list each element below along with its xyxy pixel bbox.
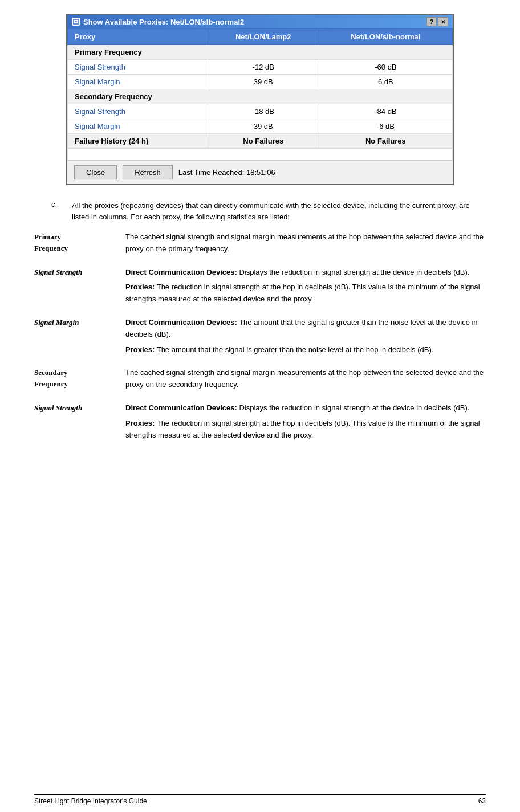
- secondary-signal-margin-label: Signal Margin: [68, 119, 208, 134]
- direct-comm-label-2: Direct Communication Devices:: [125, 318, 237, 327]
- help-button[interactable]: ?: [426, 17, 437, 26]
- def-term-primary-frequency: Primary Frequency: [34, 231, 125, 254]
- col-header-slb-normal: Net/LON/slb-normal: [319, 29, 452, 45]
- dialog-title: Show Available Proxies: Net/LON/slb-norm…: [83, 18, 244, 26]
- primary-frequency-label: Primary Frequency: [68, 45, 453, 60]
- proxy-dialog: Show Available Proxies: Net/LON/slb-norm…: [66, 14, 454, 185]
- def-primary-frequency: Primary Frequency The cached signal stre…: [34, 231, 486, 259]
- secondary-frequency-header: Secondary Frequency: [68, 89, 453, 104]
- dialog-footer: Close Refresh Last Time Reached: 18:51:0…: [67, 160, 453, 184]
- dialog-icon: [72, 18, 80, 26]
- def-signal-strength-2: Signal Strength Direct Communication Dev…: [34, 402, 486, 444]
- bullet-c-item: c. All the proxies (repeating devices) t…: [34, 200, 486, 222]
- primary-signal-margin-label: Signal Margin: [68, 75, 208, 89]
- primary-signal-margin-col2: 6 dB: [319, 75, 452, 89]
- col-header-proxy: Proxy: [68, 29, 208, 45]
- def-signal-margin-1: Signal Margin Direct Communication Devic…: [34, 317, 486, 359]
- primary-signal-strength-label: Signal Strength: [68, 60, 208, 75]
- definitions-table: Primary Frequency The cached signal stre…: [34, 231, 486, 444]
- col-header-lamp2: Net/LON/Lamp2: [208, 29, 319, 45]
- secondary-signal-margin-row: Signal Margin 39 dB -6 dB: [68, 119, 453, 134]
- primary-frequency-header: Primary Frequency: [68, 45, 453, 60]
- close-button[interactable]: Close: [74, 165, 117, 179]
- def-secondary-frequency: Secondary Frequency The cached signal st…: [34, 367, 486, 394]
- table-header-row: Proxy Net/LON/Lamp2 Net/LON/slb-normal: [68, 29, 453, 45]
- proxies-label-3: Proxies:: [125, 419, 155, 427]
- secondary-signal-strength-label: Signal Strength: [68, 104, 208, 119]
- secondary-frequency-label: Secondary Frequency: [68, 89, 453, 104]
- proxies-label-1: Proxies:: [125, 283, 155, 291]
- def-term-signal-strength-1: Signal Strength: [34, 267, 125, 278]
- secondary-signal-strength-row: Signal Strength -18 dB -84 dB: [68, 104, 453, 119]
- secondary-signal-margin-col2: -6 dB: [319, 119, 452, 134]
- dialog-titlebar: Show Available Proxies: Net/LON/slb-norm…: [67, 15, 453, 28]
- def-term-signal-strength-2: Signal Strength: [34, 402, 125, 414]
- def-desc-signal-strength-2: Direct Communication Devices: Displays t…: [125, 402, 486, 444]
- def-term-secondary-frequency: Secondary Frequency: [34, 367, 125, 389]
- close-dialog-button[interactable]: ✕: [438, 17, 448, 26]
- footer-right: 63: [478, 797, 486, 805]
- page-footer: Street Light Bridge Integrator's Guide 6…: [34, 794, 486, 805]
- bullet-c-letter: c.: [51, 200, 63, 222]
- failure-history-col2: No Failures: [319, 134, 452, 149]
- primary-signal-margin-row: Signal Margin 39 dB 6 dB: [68, 75, 453, 89]
- last-time-reached: Last Time Reached: 18:51:06: [178, 168, 275, 177]
- empty-row: [68, 149, 453, 160]
- bullet-c-text: All the proxies (repeating devices) that…: [72, 200, 486, 222]
- secondary-signal-margin-col1: 39 dB: [208, 119, 319, 134]
- secondary-signal-strength-col2: -84 dB: [319, 104, 452, 119]
- direct-comm-label-1: Direct Communication Devices:: [125, 268, 237, 276]
- def-desc-signal-margin-1: Direct Communication Devices: The amount…: [125, 317, 486, 359]
- direct-comm-label-3: Direct Communication Devices:: [125, 403, 237, 412]
- refresh-button[interactable]: Refresh: [123, 165, 173, 179]
- def-desc-primary-frequency: The cached signal strength and signal ma…: [125, 231, 486, 259]
- def-desc-secondary-frequency: The cached signal strength and signal ma…: [125, 367, 486, 394]
- proxies-label-2: Proxies:: [125, 345, 155, 354]
- primary-signal-margin-col1: 39 dB: [208, 75, 319, 89]
- def-signal-strength-1: Signal Strength Direct Communication Dev…: [34, 267, 486, 309]
- def-term-signal-margin-1: Signal Margin: [34, 317, 125, 328]
- footer-left: Street Light Bridge Integrator's Guide: [34, 797, 147, 805]
- primary-signal-strength-row: Signal Strength -12 dB -60 dB: [68, 60, 453, 75]
- main-content: c. All the proxies (repeating devices) t…: [0, 194, 520, 464]
- failure-history-row: Failure History (24 h) No Failures No Fa…: [68, 134, 453, 149]
- def-desc-signal-strength-1: Direct Communication Devices: Displays t…: [125, 267, 486, 309]
- primary-signal-strength-col2: -60 dB: [319, 60, 452, 75]
- proxy-table: Proxy Net/LON/Lamp2 Net/LON/slb-normal P…: [67, 28, 453, 160]
- secondary-signal-strength-col1: -18 dB: [208, 104, 319, 119]
- failure-history-col1: No Failures: [208, 134, 319, 149]
- primary-signal-strength-col1: -12 dB: [208, 60, 319, 75]
- failure-history-label: Failure History (24 h): [68, 134, 208, 149]
